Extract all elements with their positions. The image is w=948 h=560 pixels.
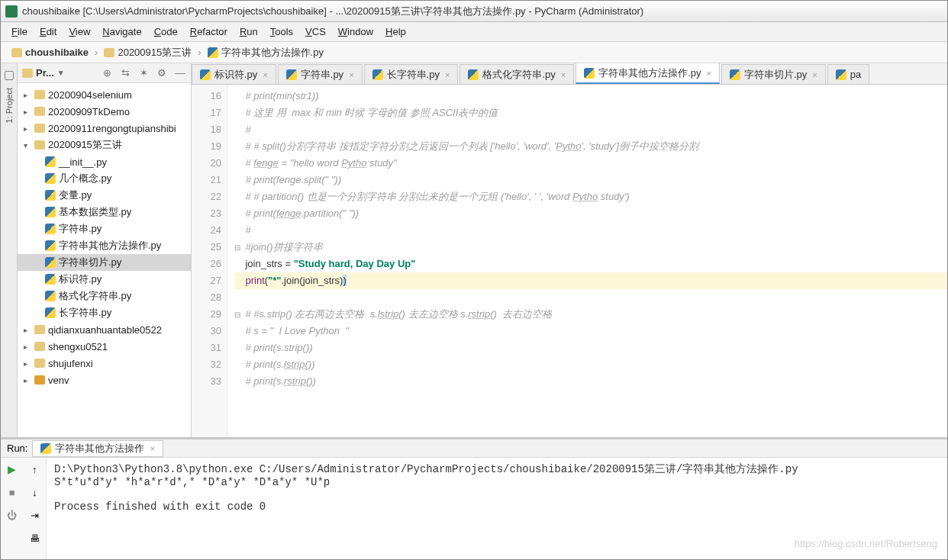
python-file-icon (372, 69, 383, 80)
scroll-down-icon[interactable]: ↓ (27, 485, 41, 499)
exit-button[interactable]: ⏻ (5, 508, 19, 522)
project-pane: Pr... ▼ ⊕ ⇆ ✶ ⚙ — ▸20200904selenium▸2020… (18, 63, 192, 437)
folder-icon (34, 325, 45, 334)
tree-node-label: 长字符串.py (59, 306, 111, 320)
tree-node[interactable]: 字符串其他方法操作.py (18, 237, 191, 254)
expand-all-icon[interactable]: ⇆ (119, 67, 131, 79)
project-tree[interactable]: ▸20200904selenium▸20200909TkDemo▸2020091… (18, 83, 191, 437)
folder-icon (34, 342, 45, 351)
tool-window-stripe[interactable]: 1: Project (1, 63, 18, 437)
tree-node-label: 几个概念.py (59, 172, 111, 185)
project-tool-button[interactable] (5, 71, 14, 80)
menu-window[interactable]: Window (332, 24, 379, 40)
close-icon[interactable]: × (561, 70, 566, 79)
folder-icon (104, 48, 114, 57)
run-button[interactable]: ▶ (5, 462, 19, 476)
tree-node-label: __init__.py (59, 156, 107, 168)
menu-help[interactable]: Help (379, 24, 412, 40)
chevron-right-icon: › (198, 47, 201, 58)
close-icon[interactable]: × (349, 70, 353, 79)
breadcrumb-file-label: 字符串其他方法操作.py (221, 46, 324, 60)
menu-tools[interactable]: Tools (264, 24, 299, 40)
python-file-icon (730, 69, 740, 80)
tree-node[interactable]: ▸shengxu0521 (18, 338, 191, 355)
chevron-right-icon: › (95, 47, 98, 58)
project-tool-label[interactable]: 1: Project (5, 88, 14, 123)
tree-node[interactable]: ▸20200909TkDemo (18, 103, 191, 120)
tree-node[interactable]: ▸20200911rengongtupianshibi (18, 120, 191, 137)
tree-node[interactable]: 字符串.py (18, 220, 191, 237)
tree-node[interactable]: ▾20200915第三讲 (18, 137, 191, 153)
python-file-icon (45, 207, 56, 217)
print-icon[interactable]: 🖶 (27, 531, 41, 545)
tree-node[interactable]: 字符串切片.py (18, 254, 191, 271)
tab-label: 字符串其他方法操作.py (598, 66, 701, 80)
project-pane-title[interactable]: Pr... ▼ (22, 67, 65, 79)
tree-node[interactable]: ▸venv (18, 372, 191, 388)
settings-gear-icon[interactable]: ⚙ (156, 67, 168, 79)
titlebar: choushibaike [C:\Users\Administrator\Pyc… (1, 1, 947, 22)
hide-icon[interactable]: — (174, 67, 186, 79)
close-icon[interactable]: × (150, 444, 154, 453)
breadcrumb-folder[interactable]: 20200915第三讲 (99, 44, 196, 61)
tree-node[interactable]: 长字符串.py (18, 304, 191, 321)
editor-tab[interactable]: 长字符串.py× (364, 64, 459, 84)
breadcrumb-root[interactable]: choushibaike (7, 45, 93, 60)
python-file-icon (45, 173, 56, 184)
python-file-icon (45, 190, 56, 201)
editor-tab[interactable]: pa× (827, 64, 869, 84)
close-icon[interactable]: × (706, 69, 711, 78)
folder-icon (34, 90, 45, 99)
close-icon[interactable]: × (445, 70, 450, 79)
tree-node[interactable]: 几个概念.py (18, 170, 191, 187)
tree-node-label: 20200909TkDemo (48, 106, 130, 117)
menu-view[interactable]: View (63, 24, 96, 40)
menu-vcs[interactable]: VCS (299, 24, 332, 40)
tree-node[interactable]: ▸20200904selenium (18, 86, 191, 103)
tree-node[interactable]: 变量.py (18, 187, 191, 204)
menu-refactor[interactable]: Refactor (184, 24, 234, 40)
code-editor[interactable]: 161718192021222324252627282930313233 # p… (192, 85, 947, 437)
breadcrumb-file[interactable]: 字符串其他方法操作.py (203, 44, 328, 61)
editor-tab[interactable]: 字符串其他方法操作.py× (576, 63, 720, 84)
tab-label: pa (850, 69, 861, 80)
tree-node[interactable]: ▸shujufenxi (18, 355, 191, 372)
main-area: 1: Project Pr... ▼ ⊕ ⇆ ✶ ⚙ — ▸20200904se… (1, 63, 947, 437)
code-content[interactable]: # print(min(str1)) # 这里 用 max 和 min 时候 字… (228, 85, 947, 437)
tree-node-label: shujufenxi (48, 358, 93, 369)
editor-tab[interactable]: 标识符.py× (192, 64, 276, 84)
project-pane-header: Pr... ▼ ⊕ ⇆ ✶ ⚙ — (18, 63, 191, 83)
run-tab-label: 字符串其他方法操作 (55, 442, 144, 455)
editor-tab[interactable]: 字符串切片.py× (721, 64, 826, 84)
menu-edit[interactable]: Edit (34, 24, 63, 40)
python-file-icon (208, 47, 218, 58)
tree-node[interactable]: 格式化字符串.py (18, 288, 191, 304)
soft-wrap-icon[interactable]: ⇥ (27, 508, 41, 522)
breadcrumbs: choushibaike › 20200915第三讲 › 字符串其他方法操作.p… (1, 42, 947, 63)
run-tab[interactable]: 字符串其他方法操作× (32, 440, 163, 457)
collapse-icon[interactable]: ✶ (137, 67, 150, 79)
menu-run[interactable]: Run (234, 24, 264, 40)
scroll-up-icon[interactable]: ↑ (27, 462, 41, 476)
tree-node[interactable]: __init__.py (18, 153, 191, 170)
menu-code[interactable]: Code (148, 24, 184, 40)
run-label: Run: (7, 443, 27, 454)
editor-tab[interactable]: 格式化字符串.py× (459, 64, 574, 84)
close-icon[interactable]: × (263, 70, 267, 79)
tree-node-label: shengxu0521 (48, 341, 108, 352)
locate-icon[interactable]: ⊕ (101, 67, 113, 79)
line-gutter[interactable]: 161718192021222324252627282930313233 (192, 85, 228, 437)
tree-node[interactable]: ▸qidianxuanhuantable0522 (18, 321, 191, 338)
close-icon[interactable]: × (812, 70, 817, 79)
folder-icon (34, 107, 45, 116)
tab-label: 字符串切片.py (744, 68, 807, 82)
tree-node[interactable]: 标识符.py (18, 271, 191, 288)
tree-node-label: 20200911rengongtupianshibi (48, 123, 176, 134)
editor-tab[interactable]: 字符串.py× (278, 64, 363, 84)
window: choushibaike [C:\Users\Administrator\Pyc… (0, 0, 948, 560)
stop-button[interactable]: ■ (5, 485, 19, 499)
menu-file[interactable]: File (5, 24, 34, 40)
tree-node[interactable]: 基本数据类型.py (18, 204, 191, 220)
python-file-icon (40, 443, 51, 454)
menu-navigate[interactable]: Navigate (96, 24, 147, 40)
